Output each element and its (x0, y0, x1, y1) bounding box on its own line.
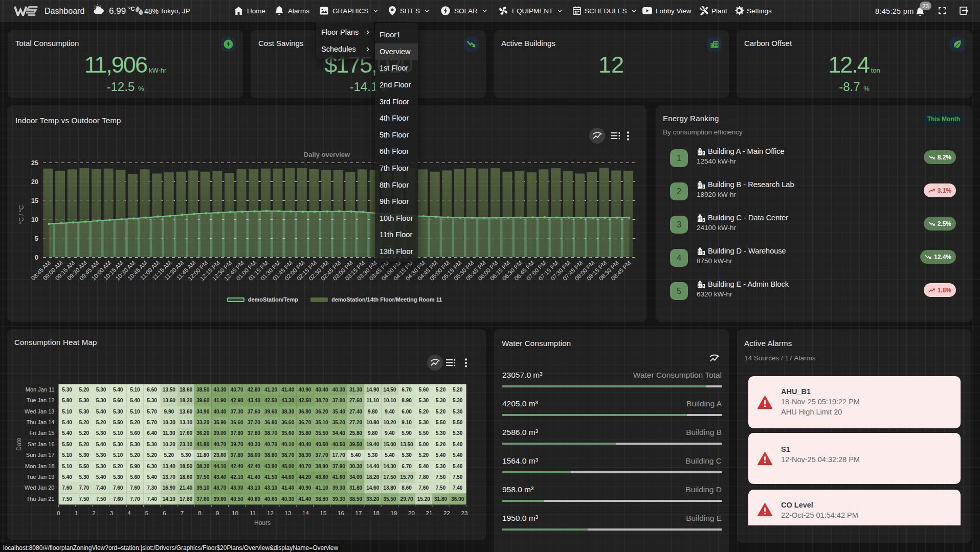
svg-text:5.20: 5.20 (436, 387, 446, 393)
svg-text:40.70: 40.70 (264, 442, 277, 447)
svg-text:5.30: 5.30 (113, 409, 123, 415)
svg-text:39.50: 39.50 (349, 442, 362, 447)
svg-text:20: 20 (31, 178, 38, 186)
svg-text:7.50: 7.50 (96, 496, 106, 502)
svg-text:5.20: 5.20 (130, 420, 140, 425)
svg-text:5.60: 5.60 (419, 387, 429, 393)
svg-text:5.90: 5.90 (130, 464, 140, 469)
svg-text:36.60: 36.60 (281, 420, 294, 425)
svg-text:34.90: 34.90 (196, 409, 209, 415)
svg-text:36.00: 36.00 (451, 496, 464, 502)
svg-text:Thu Jan 21: Thu Jan 21 (26, 496, 54, 502)
svg-text:5.40: 5.40 (96, 409, 106, 415)
svg-text:39.30: 39.30 (332, 485, 345, 491)
svg-text:40.70: 40.70 (213, 442, 226, 447)
svg-text:37.60: 37.60 (196, 496, 209, 502)
svg-text:38.50: 38.50 (349, 496, 362, 502)
svg-text:19: 19 (391, 510, 397, 516)
svg-text:4: 4 (127, 510, 131, 516)
svg-text:15.20: 15.20 (417, 496, 430, 502)
svg-text:15.00: 15.00 (383, 442, 396, 447)
svg-text:5.50: 5.50 (79, 464, 90, 469)
svg-text:5.30: 5.30 (96, 464, 106, 469)
svg-text:41.40: 41.40 (248, 474, 260, 480)
svg-text:41.60: 41.60 (332, 474, 345, 480)
svg-text:38.80: 38.80 (316, 496, 328, 502)
svg-text:35.50: 35.50 (316, 430, 328, 436)
svg-text:13.50: 13.50 (400, 442, 413, 447)
svg-text:45.00: 45.00 (281, 464, 294, 469)
svg-text:5.20: 5.20 (79, 420, 90, 425)
svg-text:13.80: 13.80 (383, 485, 396, 491)
svg-text:5.60: 5.60 (113, 398, 123, 403)
svg-text:10.10: 10.10 (383, 398, 396, 403)
svg-text:6.00: 6.00 (402, 409, 412, 415)
svg-text:5.30: 5.30 (79, 409, 90, 415)
svg-text:5.20: 5.20 (436, 409, 446, 415)
svg-text:5.30: 5.30 (147, 398, 157, 403)
svg-text:30.30: 30.30 (349, 464, 362, 469)
svg-text:Fri Jan 15: Fri Jan 15 (30, 430, 55, 436)
svg-text:38.80: 38.80 (264, 452, 277, 458)
svg-text:31.80: 31.80 (434, 496, 447, 502)
svg-text:14.10: 14.10 (163, 496, 175, 502)
svg-text:40.60: 40.60 (264, 496, 277, 502)
svg-text:11: 11 (250, 510, 256, 516)
svg-text:16: 16 (338, 510, 344, 516)
svg-text:5.40: 5.40 (62, 474, 72, 480)
svg-text:5.10: 5.10 (62, 409, 72, 415)
svg-text:5.30: 5.30 (79, 452, 90, 458)
svg-text:43.10: 43.10 (264, 485, 277, 491)
svg-text:39.60: 39.60 (264, 409, 277, 415)
svg-text:7.50: 7.50 (436, 474, 446, 480)
svg-text:42.40: 42.40 (231, 464, 243, 469)
svg-text:14: 14 (302, 510, 309, 516)
svg-text:5.40: 5.40 (113, 387, 123, 393)
svg-text:15: 15 (31, 197, 38, 204)
svg-text:37.90: 37.90 (332, 464, 345, 469)
svg-text:7.30: 7.30 (147, 485, 157, 491)
svg-text:38.00: 38.00 (248, 452, 260, 458)
svg-text:17.50: 17.50 (383, 474, 396, 480)
svg-text:42.90: 42.90 (231, 398, 243, 403)
svg-text:Mon Jan 18: Mon Jan 18 (25, 463, 54, 469)
svg-text:43.10: 43.10 (248, 485, 260, 491)
svg-text:5: 5 (35, 235, 38, 242)
svg-text:17.80: 17.80 (180, 496, 192, 502)
svg-text:5.30: 5.30 (453, 430, 463, 436)
svg-text:Wed Jan 13: Wed Jan 13 (25, 408, 55, 415)
svg-text:8.60: 8.60 (402, 485, 412, 491)
svg-text:5.40: 5.40 (419, 464, 429, 469)
svg-text:37.60: 37.60 (248, 409, 260, 415)
svg-text:13.50: 13.50 (163, 387, 175, 393)
svg-text:5.40: 5.40 (62, 430, 72, 436)
svg-text:2: 2 (92, 510, 95, 516)
svg-text:14.40: 14.40 (366, 464, 379, 469)
svg-text:40.70: 40.70 (231, 387, 243, 393)
svg-text:40.80: 40.80 (248, 496, 260, 502)
svg-text:11.80: 11.80 (196, 452, 209, 458)
svg-text:11.10: 11.10 (366, 398, 379, 403)
svg-text:Sun Jan 17: Sun Jan 17 (26, 452, 55, 458)
svg-text:20: 20 (408, 510, 415, 516)
svg-text:29.70: 29.70 (400, 496, 413, 502)
svg-text:5.40: 5.40 (453, 452, 463, 458)
svg-text:43.30: 43.30 (281, 398, 294, 403)
svg-text:31.80: 31.80 (349, 485, 362, 491)
svg-text:38.70: 38.70 (316, 398, 328, 403)
svg-text:5.70: 5.70 (147, 409, 157, 415)
svg-text:5.20: 5.20 (164, 452, 174, 458)
svg-text:7.40: 7.40 (96, 485, 106, 491)
svg-text:7.50: 7.50 (79, 496, 90, 502)
svg-text:23: 23 (461, 510, 468, 516)
svg-text:7.60: 7.60 (62, 485, 72, 491)
svg-text:5.10: 5.10 (130, 387, 140, 393)
svg-text:5.30: 5.30 (453, 398, 463, 403)
svg-text:15: 15 (320, 510, 327, 516)
svg-text:18.60: 18.60 (180, 474, 192, 480)
svg-text:5.20: 5.20 (147, 452, 157, 458)
svg-text:°C / °C: °C / °C (18, 205, 25, 224)
svg-text:36.80: 36.80 (264, 420, 277, 425)
svg-text:5.30: 5.30 (96, 430, 106, 436)
svg-text:38.90: 38.90 (316, 464, 328, 469)
